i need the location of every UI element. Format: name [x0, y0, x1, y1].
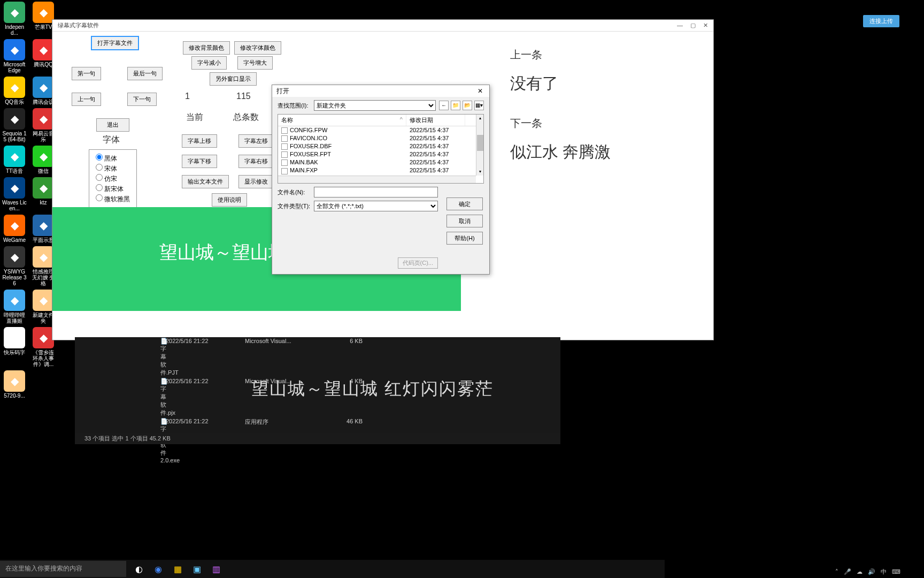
font-radio-option[interactable]: 仿宋: [96, 174, 130, 184]
desktop-icon[interactable]: ◆Waves Licen...: [2, 177, 27, 211]
font-radio-option[interactable]: 宋体: [96, 164, 130, 173]
scroll-down-icon[interactable]: ▾: [476, 168, 484, 176]
last-button[interactable]: 最后一句: [127, 67, 163, 80]
cancel-button[interactable]: 取消: [446, 215, 483, 227]
desktop-icon-label: 《雪乡连环杀人事件》调...: [30, 349, 56, 367]
desktop-icon-label: Microsoft Edge: [2, 62, 27, 73]
app-icon: ◆: [4, 2, 25, 23]
task-icon-5[interactable]: ▥: [206, 561, 226, 577]
exit-button[interactable]: 退出: [96, 118, 129, 132]
file-icon: [281, 151, 288, 158]
desktop-icon-label: QQ音乐: [2, 99, 27, 105]
prev-item-label: 上一条: [510, 48, 692, 62]
col-date-header[interactable]: 修改日期: [406, 115, 465, 126]
desktop-icon-label: TT语音: [2, 168, 27, 174]
desktop-icon-label: WeGame: [2, 237, 27, 243]
app-icon: ◆: [33, 177, 54, 199]
tray-chevron-icon[interactable]: ˄: [835, 568, 838, 575]
open-subtitle-button[interactable]: 打开字幕文件: [91, 36, 139, 50]
minimize-icon[interactable]: —: [677, 22, 683, 29]
file-list-item[interactable]: FOXUSER.FPT2022/5/15 4:37: [278, 150, 483, 158]
file-icon: [281, 127, 288, 134]
filetype-select[interactable]: 全部文件 (*.*;*.txt): [314, 201, 438, 211]
instructions-button[interactable]: 使用说明: [212, 193, 247, 207]
app-titlebar: 绿幕式字幕软件 — ▢ ✕: [52, 20, 713, 32]
font-smaller-button[interactable]: 字号减小: [191, 56, 227, 70]
explorer-row[interactable]: 📄 字幕软件.PJT2022/5/16 21:22Microsoft Visua…: [75, 337, 560, 377]
font-radio-option[interactable]: 黑体: [96, 154, 130, 163]
filename-input[interactable]: [314, 187, 438, 197]
tray-keyboard-icon[interactable]: ⌨: [892, 568, 900, 575]
desktop-icon[interactable]: ◆YSIWYG Release 36: [2, 246, 27, 286]
help-button[interactable]: 帮助(H): [446, 232, 483, 245]
file-icon: [281, 159, 288, 166]
show-edit-button[interactable]: 显示修改: [238, 175, 274, 188]
font-bigger-button[interactable]: 字号增大: [237, 56, 273, 70]
tray-ime-indicator[interactable]: 中: [881, 568, 887, 576]
tray-volume-icon[interactable]: 🔊: [868, 568, 875, 575]
subtitle-right-button[interactable]: 字幕右移: [238, 155, 274, 168]
dialog-close-icon[interactable]: ✕: [475, 87, 485, 95]
file-list-hscrollbar[interactable]: [278, 176, 476, 183]
desktop-icon[interactable]: ◆哔哩哔哩直播姬: [2, 290, 27, 324]
desktop-icon[interactable]: ◆快乐码字: [2, 327, 27, 355]
file-list-item[interactable]: MAIN.FXP2022/5/15 4:37: [278, 166, 483, 174]
file-list-item[interactable]: MAIN.BAK2022/5/15 4:37: [278, 158, 483, 166]
task-icon-4[interactable]: ▣: [187, 561, 206, 577]
font-radio-option[interactable]: 微软雅黑: [96, 194, 130, 204]
next-button[interactable]: 下一句: [127, 93, 157, 106]
close-icon[interactable]: ✕: [703, 22, 708, 29]
maximize-icon[interactable]: ▢: [690, 22, 696, 29]
app-icon: ◆: [33, 39, 54, 60]
folder-select[interactable]: 新建文件夹: [314, 100, 436, 111]
prev-button[interactable]: 上一句: [72, 93, 101, 106]
side-panel: 上一条 没有了 下一条 似江水 奔腾激: [510, 48, 692, 174]
app-icon: ◆: [4, 290, 25, 311]
current-label: 当前: [186, 112, 203, 123]
app-icon: ◆: [4, 215, 25, 236]
file-list-item[interactable]: FOXUSER.DBF2022/5/15 4:37: [278, 142, 483, 150]
chrome-icon[interactable]: ◉: [149, 561, 168, 577]
desktop-icon[interactable]: ◆WeGame: [2, 215, 27, 243]
subtitle-down-button[interactable]: 字幕下移: [182, 155, 217, 168]
up-folder-icon[interactable]: 📁: [451, 101, 460, 110]
col-name-header[interactable]: 名称 ^: [278, 115, 406, 126]
view-menu-icon[interactable]: ▦▾: [474, 101, 484, 110]
tray-cloud-icon[interactable]: ☁: [857, 568, 863, 575]
tray-mic-icon[interactable]: 🎤: [844, 568, 851, 575]
explorer-icon[interactable]: ▦: [168, 561, 187, 577]
ext-window-button[interactable]: 另外窗口显示: [210, 72, 257, 86]
desktop-icon[interactable]: ◆Independ...: [2, 2, 27, 36]
task-icon-1[interactable]: ◐: [129, 561, 149, 577]
app-icon: ◆: [4, 77, 25, 98]
next-item-text: 似江水 奔腾激: [510, 141, 692, 163]
file-list-item[interactable]: CONFIG.FPW2022/5/15 4:37: [278, 126, 483, 134]
desktop-icon[interactable]: ◆QQ音乐: [2, 77, 27, 105]
desktop-icon[interactable]: ◆Microsoft Edge: [2, 39, 27, 73]
file-list[interactable]: 名称 ^ 修改日期 CONFIG.FPW2022/5/15 4:37FAVICO…: [278, 114, 484, 184]
desktop-icon[interactable]: ◆Sequoia 15 (64-Bit): [2, 108, 27, 142]
app-icon: ◆: [4, 39, 25, 60]
desktop-icon[interactable]: ◆TT语音: [2, 146, 27, 174]
scroll-up-icon[interactable]: ▴: [476, 115, 484, 122]
bg-color-button[interactable]: 修改背景颜色: [183, 41, 230, 55]
file-list-vscrollbar[interactable]: ▴ ▾: [476, 115, 483, 176]
first-button[interactable]: 第一句: [72, 67, 101, 80]
font-color-button[interactable]: 修改字体颜色: [234, 41, 281, 55]
font-radio-option[interactable]: 新宋体: [96, 184, 130, 194]
new-folder-icon[interactable]: 📂: [463, 101, 472, 110]
export-text-button[interactable]: 输出文本文件: [182, 175, 229, 188]
filename-label: 文件名(N):: [278, 188, 314, 196]
scroll-thumb[interactable]: [477, 135, 483, 151]
system-tray[interactable]: ˄ 🎤 ☁ 🔊 中 ⌨: [835, 568, 900, 576]
upload-badge[interactable]: 连接上传: [863, 15, 899, 27]
taskbar-search-input[interactable]: 在这里输入你要搜索的内容: [0, 561, 126, 577]
preview-subtitle-text: 望山城～望山城: [159, 240, 287, 265]
desktop-icon[interactable]: ◆5720-9...: [2, 370, 27, 399]
back-icon[interactable]: ←: [439, 101, 449, 110]
subtitle-left-button[interactable]: 字幕左移: [238, 134, 274, 148]
file-list-item[interactable]: FAVICON.ICO2022/5/15 4:37: [278, 134, 483, 142]
codepage-button[interactable]: 代码页(C)...: [398, 257, 438, 269]
ok-button[interactable]: 确定: [446, 197, 483, 210]
subtitle-up-button[interactable]: 字幕上移: [182, 134, 217, 148]
